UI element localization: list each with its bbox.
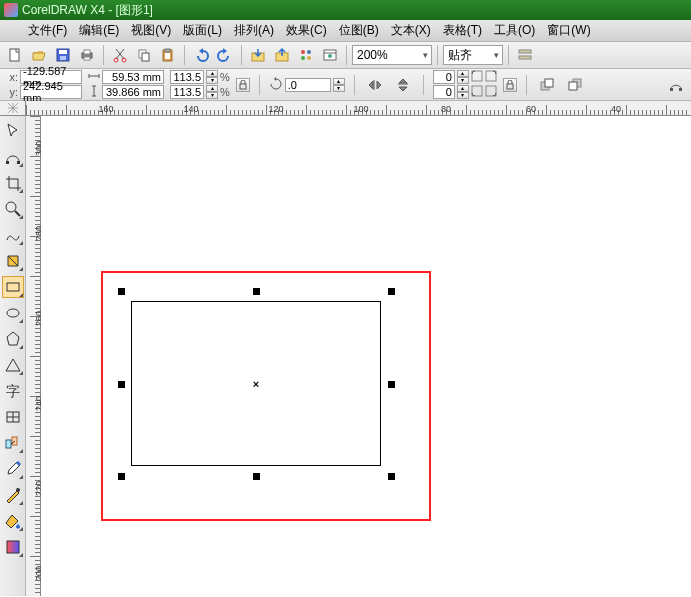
selection-handle[interactable] bbox=[118, 288, 125, 295]
undo-button[interactable] bbox=[190, 44, 212, 66]
rotation-input[interactable]: .0 bbox=[285, 78, 331, 92]
menu-file[interactable]: 文件(F) bbox=[24, 20, 71, 41]
height-input[interactable]: 39.866 mm bbox=[102, 85, 164, 99]
svg-point-21 bbox=[328, 54, 332, 58]
mirror-v-button[interactable] bbox=[392, 74, 414, 96]
selection-handle[interactable] bbox=[253, 473, 260, 480]
dup-y-input[interactable]: 0 bbox=[433, 85, 455, 99]
eyedropper-tool[interactable] bbox=[2, 458, 24, 480]
selection-center-mark[interactable]: × bbox=[253, 378, 259, 390]
options-button[interactable] bbox=[514, 44, 536, 66]
menu-edit[interactable]: 编辑(E) bbox=[75, 20, 123, 41]
menu-effects[interactable]: 效果(C) bbox=[282, 20, 331, 41]
zoom-dropdown[interactable]: 200% bbox=[352, 45, 432, 65]
lock-ratio-button[interactable] bbox=[236, 78, 250, 92]
fill-tool[interactable] bbox=[2, 510, 24, 532]
scale-x-input[interactable]: 113.5 bbox=[170, 70, 204, 84]
window-title: CorelDRAW X4 - [图形1] bbox=[22, 2, 153, 19]
export-button[interactable] bbox=[271, 44, 293, 66]
convert-curves-button[interactable] bbox=[665, 74, 687, 96]
ruler-h-label: 160 bbox=[98, 104, 113, 114]
interactive-tool[interactable] bbox=[2, 432, 24, 454]
svg-rect-26 bbox=[486, 71, 496, 81]
position-group: x: -129.587 mm y: 242.945 mm bbox=[4, 70, 82, 99]
selection-handle[interactable] bbox=[388, 288, 395, 295]
corner-tl-icon bbox=[471, 70, 483, 84]
horizontal-ruler[interactable]: 160140120100806040 bbox=[26, 101, 691, 116]
snap-label: 贴齐 bbox=[448, 47, 472, 64]
new-button[interactable] bbox=[4, 44, 26, 66]
zoom-tool[interactable] bbox=[2, 198, 24, 220]
menu-arrange[interactable]: 排列(A) bbox=[230, 20, 278, 41]
redo-button[interactable] bbox=[214, 44, 236, 66]
dup-x-input[interactable]: 0 bbox=[433, 70, 455, 84]
menu-table[interactable]: 表格(T) bbox=[439, 20, 486, 41]
standard-toolbar: 200% 贴齐 bbox=[0, 42, 691, 69]
dup-x-spinner[interactable]: ▴▾ bbox=[457, 70, 469, 84]
selection-handle[interactable] bbox=[388, 473, 395, 480]
separator bbox=[184, 45, 185, 65]
selection-handle[interactable] bbox=[253, 288, 260, 295]
welcome-button[interactable] bbox=[319, 44, 341, 66]
text-tool[interactable]: 字 bbox=[2, 380, 24, 402]
menu-layout[interactable]: 版面(L) bbox=[179, 20, 226, 41]
basic-shapes-tool[interactable] bbox=[2, 354, 24, 376]
to-back-button[interactable] bbox=[564, 74, 586, 96]
separator bbox=[437, 45, 438, 65]
outline-tool[interactable] bbox=[2, 484, 24, 506]
interactive-fill-tool[interactable] bbox=[2, 536, 24, 558]
menu-bitmap[interactable]: 位图(B) bbox=[335, 20, 383, 41]
ruler-origin[interactable] bbox=[0, 101, 26, 116]
separator bbox=[259, 75, 260, 95]
smart-fill-tool[interactable] bbox=[2, 250, 24, 272]
crop-tool[interactable] bbox=[2, 172, 24, 194]
separator bbox=[354, 75, 355, 95]
import-button[interactable] bbox=[247, 44, 269, 66]
scale-y-input[interactable]: 113.5 bbox=[170, 85, 204, 99]
percent-label: % bbox=[220, 86, 230, 98]
svg-text:字: 字 bbox=[6, 384, 20, 399]
save-button[interactable] bbox=[52, 44, 74, 66]
ruler-h-label: 120 bbox=[268, 104, 283, 114]
rectangle-tool[interactable] bbox=[2, 276, 24, 298]
property-bar: x: -129.587 mm y: 242.945 mm 59.53 mm 39… bbox=[0, 69, 691, 101]
scale-x-spinner[interactable]: ▴▾ bbox=[206, 70, 218, 84]
app-launcher-button[interactable] bbox=[295, 44, 317, 66]
menu-tools[interactable]: 工具(O) bbox=[490, 20, 539, 41]
scale-y-spinner[interactable]: ▴▾ bbox=[206, 85, 218, 99]
print-button[interactable] bbox=[76, 44, 98, 66]
menu-window[interactable]: 窗口(W) bbox=[543, 20, 594, 41]
pick-tool[interactable] bbox=[2, 120, 24, 142]
to-front-button[interactable] bbox=[536, 74, 558, 96]
table-tool[interactable] bbox=[2, 406, 24, 428]
separator bbox=[508, 45, 509, 65]
svg-point-45 bbox=[16, 488, 20, 492]
selection-handle[interactable] bbox=[118, 473, 125, 480]
menu-text[interactable]: 文本(X) bbox=[387, 20, 435, 41]
polygon-tool[interactable] bbox=[2, 328, 24, 350]
menu-view[interactable]: 视图(V) bbox=[127, 20, 175, 41]
copy-button[interactable] bbox=[133, 44, 155, 66]
selection-handle[interactable] bbox=[118, 381, 125, 388]
cut-button[interactable] bbox=[109, 44, 131, 66]
dup-y-spinner[interactable]: ▴▾ bbox=[457, 85, 469, 99]
snap-dropdown[interactable]: 贴齐 bbox=[443, 45, 503, 65]
open-button[interactable] bbox=[28, 44, 50, 66]
scale-group: 113.5 ▴▾ % 113.5 ▴▾ % bbox=[170, 70, 230, 99]
rotation-spinner[interactable]: ▴▾ bbox=[333, 78, 345, 92]
svg-point-38 bbox=[6, 202, 16, 212]
vertical-ruler[interactable]: 300280260240220200 bbox=[26, 116, 41, 596]
ellipse-tool[interactable] bbox=[2, 302, 24, 324]
y-input[interactable]: 242.945 mm bbox=[20, 85, 82, 99]
freehand-tool[interactable] bbox=[2, 224, 24, 246]
corner-lock-button[interactable] bbox=[503, 78, 517, 92]
canvas[interactable]: × bbox=[41, 116, 691, 596]
width-input[interactable]: 59.53 mm bbox=[102, 70, 164, 84]
shape-tool[interactable] bbox=[2, 146, 24, 168]
svg-rect-31 bbox=[545, 79, 553, 87]
paste-button[interactable] bbox=[157, 44, 179, 66]
svg-rect-39 bbox=[7, 283, 19, 291]
selection-handle[interactable] bbox=[388, 381, 395, 388]
separator bbox=[346, 45, 347, 65]
mirror-h-button[interactable] bbox=[364, 74, 386, 96]
